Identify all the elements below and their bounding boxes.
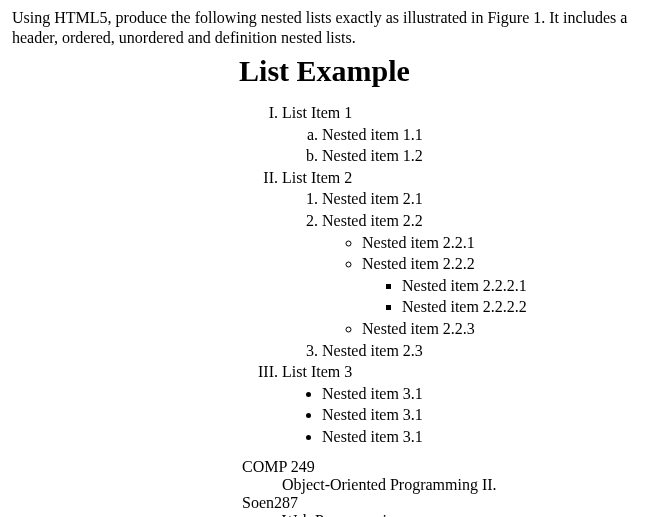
list-item: Nested item 2.1	[322, 188, 637, 210]
definition-list: COMP 249 Object-Oriented Programming II.…	[242, 458, 637, 518]
list-item: Nested item 2.2.3	[362, 318, 637, 340]
nested-square-list: Nested item 2.2.2.1 Nested item 2.2.2.2	[362, 275, 637, 318]
list-item: Nested item 3.1	[322, 383, 637, 405]
list-item: Nested item 1.1	[322, 124, 637, 146]
list-text: Nested item 2.2.2	[362, 255, 475, 272]
list-item: Nested item 2.2 Nested item 2.2.1 Nested…	[322, 210, 637, 340]
list-text: List Item 3	[282, 363, 352, 380]
list-item: Nested item 2.2.2.1	[402, 275, 637, 297]
list-item: List Item 3 Nested item 3.1 Nested item …	[282, 361, 637, 447]
example-block: List Item 1 Nested item 1.1 Nested item …	[242, 102, 637, 517]
list-text: List Item 2	[282, 169, 352, 186]
def-term: Soen287	[242, 494, 637, 512]
list-item: List Item 1 Nested item 1.1 Nested item …	[282, 102, 637, 167]
list-item: Nested item 1.2	[322, 145, 637, 167]
outer-ordered-list: List Item 1 Nested item 1.1 Nested item …	[242, 102, 637, 448]
list-item: Nested item 2.2.2 Nested item 2.2.2.1 Ne…	[362, 253, 637, 318]
nested-circle-list: Nested item 2.2.1 Nested item 2.2.2 Nest…	[322, 232, 637, 340]
def-desc: Web Programming.	[282, 512, 637, 518]
nested-disc-list: Nested item 3.1 Nested item 3.1 Nested i…	[282, 383, 637, 448]
list-text: Nested item 2.2	[322, 212, 423, 229]
list-item: List Item 2 Nested item 2.1 Nested item …	[282, 167, 637, 361]
list-item: Nested item 2.2.2.2	[402, 296, 637, 318]
list-item: Nested item 3.1	[322, 426, 637, 448]
page-title: List Example	[12, 54, 637, 88]
list-item: Nested item 3.1	[322, 404, 637, 426]
intro-text: Using HTML5, produce the following neste…	[12, 8, 637, 48]
list-item: Nested item 2.3	[322, 340, 637, 362]
def-term: COMP 249	[242, 458, 637, 476]
nested-alpha-list: Nested item 1.1 Nested item 1.2	[282, 124, 637, 167]
def-desc: Object-Oriented Programming II.	[282, 476, 637, 494]
list-item: Nested item 2.2.1	[362, 232, 637, 254]
list-text: List Item 1	[282, 104, 352, 121]
nested-decimal-list: Nested item 2.1 Nested item 2.2 Nested i…	[282, 188, 637, 361]
